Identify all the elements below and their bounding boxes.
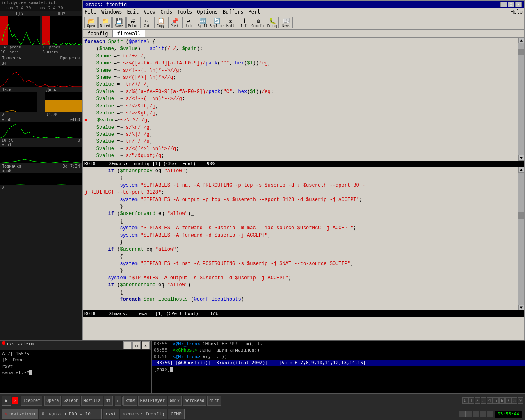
emacs-titlebar: emacs: fconfig _ □ ✕ <box>83 1 524 8</box>
emacs-window: emacs: fconfig _ □ ✕ File Windows Edit V… <box>82 0 525 340</box>
ql-icepref[interactable]: Icepref <box>21 396 42 406</box>
scroll-down-btn[interactable]: ▼ <box>518 155 524 161</box>
desktop-1[interactable]: 1 <box>468 397 474 404</box>
chat-panel: 03:55 <@Mr_Iron> GHhost Не Я!!...=)) Ты … <box>152 340 525 394</box>
tray-icon-2[interactable] <box>466 411 472 417</box>
toolbar-replace[interactable]: 🔄Replace <box>210 17 223 28</box>
term-line-2: [6] Done <box>2 357 150 363</box>
indicator-red: ✕ <box>12 397 18 404</box>
system-tray: 03:56:44 <box>459 411 523 418</box>
eth0-label1: eth0 <box>0 117 13 122</box>
close-button[interactable]: ✕ <box>515 2 522 7</box>
toolbar-copy[interactable]: 📋Copy <box>154 17 167 28</box>
toolbar-compile[interactable]: ⚙Compile <box>252 17 265 28</box>
tray-icon-3[interactable] <box>473 411 479 417</box>
start-btn[interactable]: ▶ <box>2 396 11 406</box>
desktop-8[interactable]: 8 <box>511 397 517 404</box>
chat-input-area[interactable]: [#nix] <box>152 366 525 372</box>
menu-edit[interactable]: Edit <box>127 9 139 15</box>
ql-gmix[interactable]: Gmix <box>168 396 182 406</box>
toolbar-cut[interactable]: ✂Cut <box>140 17 153 28</box>
toolbar-news[interactable]: 📰News <box>280 17 293 28</box>
toolbar-mail[interactable]: ✉Mail <box>224 17 237 28</box>
scroll-up-btn2[interactable]: ▲ <box>518 167 524 173</box>
tray-icon-1[interactable] <box>459 411 466 417</box>
server-title: icf.dyn.ee samalet.icf. <box>1 0 58 5</box>
podkachka-val: 3d 7:34 <box>61 164 82 169</box>
tray-icons <box>459 411 493 417</box>
menu-windows[interactable]: Windows <box>101 9 122 15</box>
toolbar-dired[interactable]: 📁Dired <box>98 17 112 28</box>
desktop-5[interactable]: 5 <box>493 397 499 404</box>
term-maximize[interactable]: □ <box>132 341 141 349</box>
term-close[interactable]: ✕ <box>142 341 150 349</box>
emacs-menubar: File Windows Edit View Cmds Tools Option… <box>83 8 524 16</box>
scroll-down-btn2[interactable]: ▼ <box>518 305 524 310</box>
taskbar-rxvt[interactable]: rxvt <box>103 409 119 419</box>
menu-perl[interactable]: Perl <box>248 9 260 15</box>
lower-code-area[interactable]: if ($transproxy eq "allow")_ { system "$… <box>83 167 524 310</box>
upper-code-area[interactable]: foreach $pair (@pairs) { ($name, $value)… <box>83 38 524 161</box>
desktop-2[interactable]: 2 <box>475 397 480 404</box>
menu-tools[interactable]: Tools <box>177 9 192 15</box>
tray-icon-4[interactable] <box>480 411 486 417</box>
ql-dict[interactable]: dict <box>207 396 221 406</box>
ql-galeon[interactable]: Galeon <box>62 396 80 406</box>
desktop-9[interactable]: 9 <box>518 397 523 404</box>
desktop-3[interactable]: 3 <box>481 397 486 404</box>
ql-xmms[interactable]: xmms <box>123 396 137 406</box>
ql-acroreader[interactable]: AcroRead <box>183 396 206 406</box>
tab-fconfig[interactable]: fconfig <box>83 30 113 37</box>
ql-arrow[interactable]: ← <box>115 396 121 406</box>
toolbar-undo[interactable]: ↩Undo <box>182 17 195 28</box>
svg-rect-0 <box>45 100 82 112</box>
term-line-1: A[7] 15575 <box>2 351 150 357</box>
minimize-button[interactable]: _ <box>500 2 507 7</box>
desktop-7[interactable]: 7 <box>505 397 511 404</box>
emacs-toolbar: 📂Open 📁Dired 💾Save 🖨Print ✂Cut 📋Copy 📌Pa… <box>83 16 524 30</box>
cursor <box>29 370 32 375</box>
menu-file[interactable]: File <box>84 9 96 15</box>
desktop-4[interactable]: 4 <box>487 397 493 404</box>
taskbar-emacs[interactable]: ✕ emacs: fconfig <box>120 409 167 419</box>
toolbar-open[interactable]: 📂Open <box>84 17 98 28</box>
taskbar-ddd[interactable]: Отладка в DDD – 10... <box>39 409 102 419</box>
ql-opera[interactable]: Opera <box>44 396 61 406</box>
scroll-up-btn[interactable]: ▲ <box>518 38 524 43</box>
cpu2-users: 3 users <box>42 50 82 55</box>
toolbar-save[interactable]: 💾Save <box>112 17 126 28</box>
toolbar-print[interactable]: 🖨Print <box>126 17 139 28</box>
desktop-0[interactable]: 0 <box>462 397 468 404</box>
cpu1-users: 10 users <box>0 50 40 55</box>
maximize-button[interactable]: □ <box>508 2 514 7</box>
ql-realplayer[interactable]: RealPlayer <box>138 396 167 406</box>
menu-cmds[interactable]: Cmds <box>160 9 172 15</box>
tray-icon-5[interactable] <box>487 411 493 417</box>
taskbar-bottom: ✕ rxvt-xterm Отладка в DDD – 10... rxvt … <box>0 407 525 420</box>
ql-nt[interactable]: Nt <box>104 396 113 406</box>
desktop-6[interactable]: 6 <box>499 397 505 404</box>
terminal-content: A[7] 15575 [6] Done rxvt samalet:~# <box>0 350 151 377</box>
menu-options[interactable]: Options <box>197 9 218 15</box>
toolbar-paste[interactable]: 📌Past <box>168 17 181 28</box>
ppp-val: 0 <box>0 185 82 189</box>
taskbar-gimp[interactable]: GIMP <box>168 409 185 419</box>
proc-label1: Процессы <box>0 55 23 61</box>
status-bar-1: KOI8-----XEmacs: fconfig [1] (CPerl Font… <box>83 161 524 167</box>
term-prompt[interactable]: samalet:~# <box>2 370 150 376</box>
toolbar-info[interactable]: ℹInfo <box>238 17 251 28</box>
term-line-3: rxvt <box>2 363 150 370</box>
terminal-icon-red <box>2 341 5 345</box>
cpu2-procs: 47 procs <box>42 45 82 50</box>
toolbar-debug[interactable]: 🐛Debug <box>266 17 279 28</box>
tab-firewall[interactable]: firewall <box>113 30 146 37</box>
menu-view[interactable]: View <box>144 9 155 15</box>
term-minimize[interactable]: _ <box>123 341 132 349</box>
menu-buffers[interactable]: Buffers <box>223 9 244 15</box>
toolbar-spell[interactable]: 🔤Spell <box>196 17 209 28</box>
menu-help[interactable]: Help <box>511 9 523 15</box>
chat-line-3: 03:56 <@Mr_Iron> Vry...=)) <box>152 354 525 360</box>
taskbar-rxvt-xterm[interactable]: ✕ rxvt-xterm <box>2 409 38 419</box>
ql-mozilla[interactable]: Mozilla <box>81 396 103 406</box>
chat-line-1: 03:55 <@Mr_Iron> GHhost Не Я!!...=)) Ты <box>152 341 525 347</box>
